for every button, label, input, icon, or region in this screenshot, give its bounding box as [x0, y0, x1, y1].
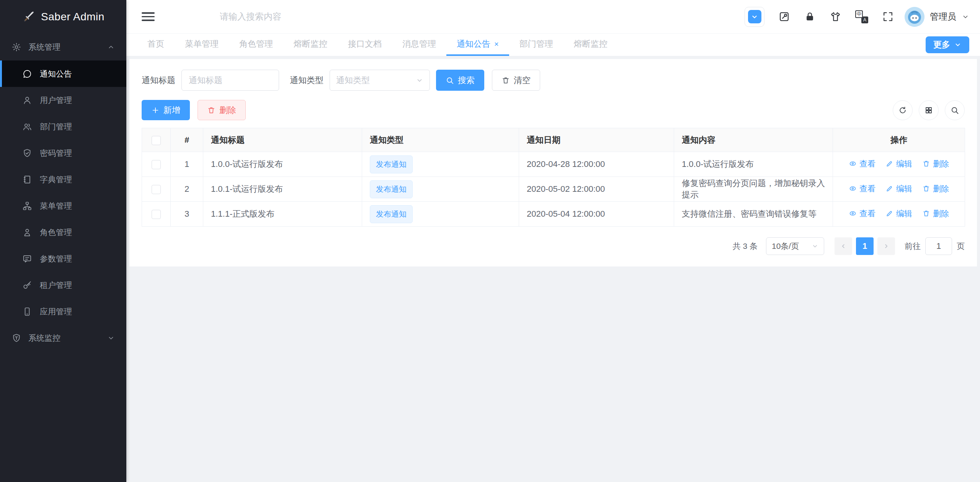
- language-translate-icon[interactable]: 中 A: [855, 10, 868, 23]
- sidebar-item-menu-mgmt[interactable]: 菜单管理: [0, 193, 126, 219]
- tab-api-docs[interactable]: 接口文档: [338, 34, 392, 56]
- sidebar-item-password-mgmt[interactable]: 密码管理: [0, 140, 126, 166]
- tab-dept-mgmt[interactable]: 部门管理: [509, 34, 564, 56]
- notebook-icon: [22, 175, 32, 185]
- column-settings-button[interactable]: [919, 100, 939, 120]
- users-icon: [22, 122, 32, 132]
- prev-page-button[interactable]: [835, 237, 852, 255]
- col-title: 通知标题: [203, 128, 362, 152]
- sidebar-group-system-monitor[interactable]: 系统监控: [0, 325, 126, 351]
- table-tools: [893, 100, 965, 120]
- lock-icon[interactable]: [804, 11, 816, 23]
- trash-icon: [922, 209, 930, 217]
- sidebar-item-role-mgmt[interactable]: 角色管理: [0, 219, 126, 245]
- row-title: 1.0.1-试运行版发布: [203, 177, 362, 202]
- row-title: 1.0.0-试运行版发布: [203, 152, 362, 177]
- search-button[interactable]: 搜索: [436, 70, 484, 91]
- key-icon: [22, 280, 32, 290]
- clear-button[interactable]: 清空: [492, 70, 540, 91]
- table-row: 3 1.1.1-正式版发布 发布通知 2020-05-04 12:00:00 支…: [142, 202, 965, 227]
- shield-check-icon: [22, 148, 32, 158]
- chevron-down-icon: [812, 243, 818, 250]
- app-logo[interactable]: Saber Admin: [0, 0, 126, 34]
- goto-page-input[interactable]: [925, 237, 952, 255]
- grid-icon: [924, 106, 933, 115]
- global-search-input[interactable]: [220, 11, 457, 22]
- app-title: Saber Admin: [41, 11, 105, 23]
- view-link[interactable]: 查看: [849, 208, 875, 219]
- content-area: 通知标题 通知类型 通知类型 搜索 清空: [126, 56, 980, 482]
- view-link[interactable]: 查看: [849, 183, 875, 194]
- tab-home[interactable]: 首页: [137, 34, 175, 56]
- tab-message-mgmt[interactable]: 消息管理: [392, 34, 446, 56]
- edit-link[interactable]: 编辑: [885, 158, 912, 169]
- search-toggle-button[interactable]: [945, 100, 965, 120]
- delete-link[interactable]: 删除: [922, 158, 949, 169]
- sidebar-item-user-mgmt[interactable]: 用户管理: [0, 87, 126, 113]
- gear-icon: [11, 42, 21, 52]
- delete-link[interactable]: 删除: [922, 183, 949, 194]
- tab-close-icon[interactable]: ×: [494, 40, 499, 48]
- row-checkbox[interactable]: [152, 210, 161, 219]
- next-page-button[interactable]: [877, 237, 895, 255]
- notice-title-input[interactable]: [181, 70, 279, 91]
- col-index: #: [171, 128, 203, 152]
- tab-role-mgmt[interactable]: 角色管理: [229, 34, 283, 56]
- magnifier-icon: [950, 106, 959, 115]
- select-all-checkbox[interactable]: [152, 136, 161, 145]
- page-number-1[interactable]: 1: [856, 237, 874, 255]
- notice-type-tag: 发布通知: [370, 205, 413, 223]
- tab-circuit-monitor-2[interactable]: 熔断监控: [564, 34, 618, 56]
- notice-type-select[interactable]: 通知类型: [330, 70, 430, 91]
- eye-icon: [849, 185, 857, 193]
- sidebar-collapse-icon[interactable]: [142, 12, 155, 21]
- avatar: [905, 7, 924, 27]
- top-menu-toggle-button[interactable]: [745, 7, 764, 27]
- sidebar-item-param-mgmt[interactable]: 参数管理: [0, 245, 126, 272]
- more-tabs-button[interactable]: 更多: [926, 36, 969, 53]
- row-checkbox[interactable]: [152, 185, 161, 194]
- delete-button[interactable]: 删除: [198, 100, 246, 120]
- edit-link[interactable]: 编辑: [885, 208, 912, 219]
- chat-bubble-icon: [22, 69, 32, 79]
- trash-icon: [207, 106, 216, 114]
- page-size-select[interactable]: 10条/页: [766, 237, 824, 255]
- sidebar-item-dict-mgmt[interactable]: 字典管理: [0, 166, 126, 193]
- sidebar-item-app-mgmt[interactable]: 应用管理: [0, 298, 126, 325]
- refresh-button[interactable]: [893, 100, 913, 120]
- notice-title-label: 通知标题: [142, 75, 175, 86]
- notice-card: 通知标题 通知类型 通知类型 搜索 清空: [129, 59, 977, 266]
- tab-notice[interactable]: 通知公告 ×: [446, 34, 509, 56]
- tab-menu-mgmt[interactable]: 菜单管理: [175, 34, 229, 56]
- tab-circuit-monitor[interactable]: 熔断监控: [283, 34, 338, 56]
- sidebar-group-label: 系统监控: [28, 333, 60, 343]
- notice-type-label: 通知类型: [290, 75, 323, 86]
- view-link[interactable]: 查看: [849, 158, 875, 169]
- edit-link[interactable]: 编辑: [885, 183, 912, 194]
- user-menu[interactable]: 管理员: [905, 7, 969, 27]
- message-lines-icon: [22, 254, 32, 264]
- pencil-icon: [885, 209, 893, 217]
- row-checkbox[interactable]: [152, 160, 161, 169]
- trash-icon: [922, 160, 930, 168]
- add-button[interactable]: 新增: [142, 100, 190, 120]
- sidebar-group-system-mgmt[interactable]: 系统管理: [0, 34, 126, 60]
- sidebar-item-tenant-mgmt[interactable]: 租户管理: [0, 272, 126, 298]
- search-icon: [446, 76, 454, 85]
- fullscreen-icon[interactable]: [882, 11, 894, 23]
- sword-icon: [22, 10, 35, 23]
- trash-icon: [501, 76, 510, 85]
- user-icon: [22, 95, 32, 105]
- eye-icon: [849, 160, 857, 168]
- table-header-row: # 通知标题 通知类型 通知日期 通知内容 操作: [142, 128, 965, 152]
- filter-row: 通知标题 通知类型 通知类型 搜索 清空: [142, 70, 965, 91]
- sidebar-item-label: 角色管理: [40, 227, 72, 238]
- topbar-actions: 中 A 管理员: [745, 7, 969, 27]
- sidebar-group-label: 系统管理: [28, 42, 60, 52]
- sidebar-item-dept-mgmt[interactable]: 部门管理: [0, 113, 126, 140]
- sidebar-item-notice[interactable]: 通知公告: [0, 60, 126, 87]
- debug-tool-icon[interactable]: [778, 11, 790, 23]
- row-content: 修复密码查询分页问题，增加秘钥录入提示: [674, 177, 833, 202]
- theme-tshirt-icon[interactable]: [830, 11, 841, 23]
- delete-link[interactable]: 删除: [922, 208, 949, 219]
